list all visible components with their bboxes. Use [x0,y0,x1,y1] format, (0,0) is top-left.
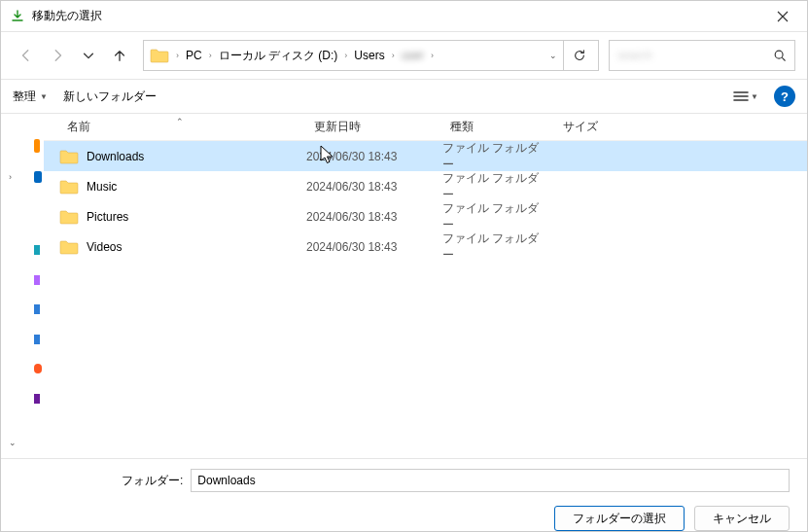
row-name: Downloads [87,150,144,163]
breadcrumb-segment[interactable]: ローカル ディスク (D:) [215,46,342,66]
recent-dropdown[interactable] [75,42,102,69]
row-name: Music [87,180,117,194]
row-type: ファイル フォルダー [435,231,547,264]
back-button[interactable] [13,42,40,69]
row-type: ファイル フォルダー [435,170,547,203]
column-type[interactable]: 種類 [442,119,555,135]
column-name[interactable]: 名前 ⌃ [59,119,306,135]
forward-button[interactable] [44,42,71,69]
up-button[interactable] [106,42,133,69]
row-type: ファイル フォルダー [435,140,547,173]
organize-menu[interactable]: 整理 ▼ [13,89,48,105]
breadcrumb-segment[interactable]: Users [350,47,388,64]
chevron-right-icon[interactable]: › [341,51,350,60]
breadcrumb-segment[interactable]: user [398,47,428,64]
chevron-down-icon[interactable]: ⌄ [9,438,17,447]
organize-label: 整理 [13,89,36,105]
chevron-right-icon[interactable]: › [9,172,12,182]
refresh-button[interactable] [563,41,594,70]
title-bar: 移動先の選択 [1,1,807,32]
chevron-right-icon[interactable]: › [173,51,182,60]
folder-icon [150,48,167,63]
folder-icon [59,209,79,225]
row-name: Pictures [87,210,128,224]
file-list-pane: 名前 ⌃ 更新日時 種類 サイズ Downloads2024/06/30 18:… [44,114,807,458]
nav-bar: › PC › ローカル ディスク (D:) › Users › user › ⌄… [1,32,807,79]
column-size[interactable]: サイズ [555,119,711,135]
svg-point-0 [775,51,783,58]
view-options-button[interactable]: ▼ [733,90,758,102]
folder-icon [59,179,79,195]
help-button[interactable]: ? [774,86,795,107]
folder-row[interactable]: Videos2024/06/30 18:43ファイル フォルダー [44,231,807,262]
address-history-dropdown[interactable]: ⌄ [544,51,563,60]
row-date: 2024/06/30 18:43 [299,150,435,163]
row-type: ファイル フォルダー [435,200,547,233]
folder-label: フォルダー: [122,473,183,489]
chevron-right-icon[interactable]: › [428,51,437,60]
main-area: › ⌄ 名前 ⌃ 更新日時 種類 サイズ Downloads2024/06/30… [1,114,807,458]
folder-name-input[interactable] [191,469,790,492]
chevron-right-icon[interactable]: › [389,51,398,60]
row-date: 2024/06/30 18:43 [299,180,435,194]
folder-icon [59,149,79,164]
column-headers[interactable]: 名前 ⌃ 更新日時 種類 サイズ [44,114,807,141]
sort-indicator-icon: ⌃ [176,117,184,126]
new-folder-button[interactable]: 新しいフォルダー [63,89,157,105]
folder-name-row: フォルダー: [1,459,807,500]
search-box[interactable]: search [609,40,795,71]
toolbar: 整理 ▼ 新しいフォルダー ▼ ? [1,79,807,114]
window-title: 移動先の選択 [32,8,102,24]
search-icon [773,49,787,62]
folder-icon [59,239,79,255]
address-bar[interactable]: › PC › ローカル ディスク (D:) › Users › user › ⌄ [143,40,599,71]
download-icon [11,10,24,23]
folder-row[interactable]: Music2024/06/30 18:43ファイル フォルダー [44,171,807,201]
folder-row[interactable]: Pictures2024/06/30 18:43ファイル フォルダー [44,201,807,231]
breadcrumb-segment[interactable]: PC [182,47,206,64]
row-date: 2024/06/30 18:43 [299,210,435,224]
row-date: 2024/06/30 18:43 [299,240,435,254]
chevron-right-icon[interactable]: › [206,51,215,60]
file-rows: Downloads2024/06/30 18:43ファイル フォルダーMusic… [44,141,807,262]
nav-sidebar[interactable]: › ⌄ [1,114,44,458]
dropdown-icon: ▼ [40,92,48,101]
select-folder-button[interactable]: フォルダーの選択 [554,506,685,531]
action-buttons: フォルダーの選択 キャンセル [1,500,807,532]
cancel-button[interactable]: キャンセル [694,506,790,531]
folder-row[interactable]: Downloads2024/06/30 18:43ファイル フォルダー [44,141,807,171]
close-button[interactable] [760,2,805,31]
column-date[interactable]: 更新日時 [306,119,442,135]
row-name: Videos [87,240,122,254]
